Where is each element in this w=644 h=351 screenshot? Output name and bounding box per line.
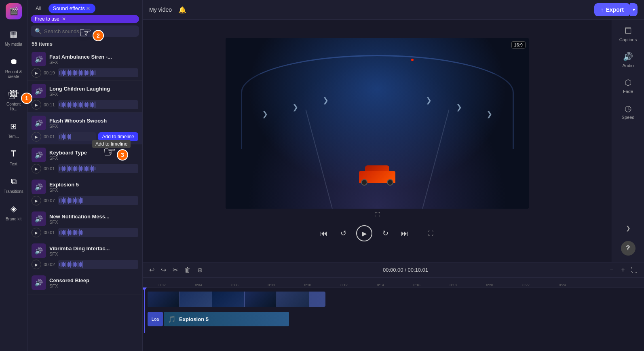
collapse-right-panel-btn[interactable]: ❯ xyxy=(614,222,642,235)
audio-track-row: Loa 🎵 Explosion 5 xyxy=(146,311,644,330)
sidebar-item-transitions[interactable]: ⧉ Transitions xyxy=(2,171,26,197)
arrow-marker-2: ❯ xyxy=(292,103,298,112)
tab-all[interactable]: All xyxy=(31,3,46,13)
waveform-1 xyxy=(58,68,138,77)
play-btn-2[interactable]: ▶ xyxy=(32,100,41,110)
undo-btn[interactable]: ↩ xyxy=(148,265,156,275)
audio-label: Audio xyxy=(622,63,633,68)
timeline-tracks: Loa 🎵 Explosion 5 xyxy=(143,288,644,333)
play-btn-3[interactable]: ▶ xyxy=(32,132,41,142)
screen-icon: ⬚ xyxy=(374,210,380,218)
sound-item-3[interactable]: 🔊 Flash Whoosh Swoosh SFX ▶ 00:01 Add to… xyxy=(27,112,142,144)
add-to-timeline-tooltip: Add to timeline xyxy=(92,140,131,148)
sound-item-6[interactable]: 🔊 New Notification Mess... SFX ▶ 00:01 xyxy=(27,208,142,240)
tab-sound-effects[interactable]: Sound effects ✕ xyxy=(49,4,95,13)
ruler-mark-2: 0:06 xyxy=(231,283,239,287)
play-pause-btn[interactable]: ▶ xyxy=(356,225,372,241)
video-bottom-bar: ⬚ xyxy=(366,209,389,220)
fade-icon: ⬡ xyxy=(625,78,631,87)
right-item-speed[interactable]: ◷ Speed xyxy=(614,100,642,123)
sound-name-6: New Notification Mess... xyxy=(49,214,114,220)
arrow-marker-1: ❯ xyxy=(262,110,268,118)
arrow-marker-3: ❯ xyxy=(323,96,329,105)
record-icon: ⏺ xyxy=(7,55,20,68)
sidebar-item-brand-kit-label: Brand kit xyxy=(6,217,21,222)
captions-icon: ⧠ xyxy=(624,26,632,36)
export-dropdown-btn[interactable]: ▾ xyxy=(630,3,638,16)
right-item-fade[interactable]: ⬡ Fade xyxy=(614,74,642,97)
sound-item-4[interactable]: 🔊 Keyboard Type SFX ▶ 00:01 xyxy=(27,144,142,176)
sound-info-3: Flash Whoosh Swoosh SFX xyxy=(49,118,138,129)
video-track[interactable] xyxy=(148,292,325,307)
zoom-in-btn[interactable]: ＋ xyxy=(618,265,628,275)
play-btn-7[interactable]: ▶ xyxy=(32,260,41,269)
sound-item-8[interactable]: 🔊 Censored Bleep SFX xyxy=(27,272,142,294)
timeline-zoom: － ＋ ⛶ xyxy=(607,265,639,275)
zoom-out-btn[interactable]: － xyxy=(607,265,617,275)
sound-item-7[interactable]: 🔊 Vibrimba Ding Interfac... SFX ▶ 00:02 xyxy=(27,240,142,272)
sound-item-1[interactable]: 🔊 Fast Ambulance Siren -... SFX ▶ 00:19 xyxy=(27,49,142,80)
add-track-btn[interactable]: ⊕ xyxy=(196,265,204,275)
audio-track-music-icon: 🎵 xyxy=(168,315,176,323)
sidebar-item-my-media-label: My media xyxy=(5,42,22,47)
fit-btn[interactable]: ⛶ xyxy=(629,265,639,275)
filter-tag-free[interactable]: Free to use ✕ xyxy=(31,15,139,23)
right-item-audio[interactable]: 🔊 Audio xyxy=(614,49,642,71)
forward-btn[interactable]: ↻ xyxy=(379,227,392,240)
ruler-mark-11: 0:24 xyxy=(559,283,566,287)
export-btn[interactable]: ↑ Export xyxy=(594,3,630,16)
sound-name-4: Keyboard Type xyxy=(49,150,114,156)
ruler-mark-3: 0:08 xyxy=(268,283,275,287)
cut-btn[interactable]: ✂ xyxy=(171,265,179,275)
delete-btn[interactable]: 🗑 xyxy=(183,266,192,275)
export-label: Export xyxy=(606,6,624,13)
sidebar-item-content[interactable]: 🖼 Contentlib... xyxy=(2,84,26,115)
skip-forward-btn[interactable]: ⏭ xyxy=(398,227,411,240)
tab-sound-effects-label: Sound effects xyxy=(53,5,84,11)
play-btn-4[interactable]: ▶ xyxy=(32,164,41,173)
waveform-3 xyxy=(58,132,96,141)
replay-btn[interactable]: ↺ xyxy=(337,227,350,240)
ruler-mark-1: 0:04 xyxy=(195,283,202,287)
duration-1: 00:19 xyxy=(44,70,56,75)
logo-icon: 🎬 xyxy=(9,7,18,16)
help-btn[interactable]: ? xyxy=(621,241,636,256)
current-time: 00:00.00 xyxy=(383,267,403,273)
sound-controls-1: ▶ 00:19 xyxy=(32,68,138,78)
collapse-icon: ❯ xyxy=(626,225,631,231)
timeline-cursor[interactable] xyxy=(144,288,145,333)
search-box: 🔍 xyxy=(31,25,139,37)
sound-item-2[interactable]: 🔊 Long Children Laughing SFX ▶ 00:11 xyxy=(27,80,142,112)
play-btn-6[interactable]: ▶ xyxy=(32,228,41,237)
sidebar-item-text[interactable]: T Text xyxy=(2,144,26,170)
sound-thumb-1: 🔊 xyxy=(32,52,46,66)
play-btn-5[interactable]: ▶ xyxy=(32,196,41,205)
audio-track[interactable]: 🎵 Explosion 5 xyxy=(164,312,289,326)
arrow-marker-4: ❯ xyxy=(486,110,492,118)
top-bar: My video 🔔 ↑ Export ▾ xyxy=(143,0,644,20)
main-area: My video 🔔 ↑ Export ▾ ❯ ❯ ❯ xyxy=(143,0,644,351)
transitions-icon: ⧉ xyxy=(7,175,20,188)
redo-btn[interactable]: ↪ xyxy=(159,265,168,275)
notification-icon[interactable]: 🔔 xyxy=(177,4,188,15)
sidebar-item-my-media[interactable]: ▦ My media xyxy=(2,24,26,50)
sound-thumb-6: 🔊 xyxy=(32,211,46,226)
sound-item-5[interactable]: 🔊 Explosion 5 SFX ▶ 00:07 xyxy=(27,176,142,208)
expand-btn[interactable]: ⛶ xyxy=(424,227,437,240)
sidebar-item-record[interactable]: ⏺ Record &create xyxy=(2,52,26,82)
filter-tag-close[interactable]: ✕ xyxy=(62,16,66,22)
sidebar-item-templates[interactable]: ⊞ Tem... xyxy=(2,116,26,142)
tab-sound-effects-close[interactable]: ✕ xyxy=(85,5,91,12)
skip-back-btn[interactable]: ⏮ xyxy=(317,227,330,240)
video-track-content xyxy=(146,290,644,309)
play-btn-1[interactable]: ▶ xyxy=(32,68,41,78)
right-item-captions[interactable]: ⧠ Captions xyxy=(614,23,642,45)
ruler-inner: 0:02 0:04 0:06 0:08 0:10 0:12 0:14 0:16 … xyxy=(146,278,642,287)
search-input[interactable] xyxy=(44,28,135,34)
sound-panel: All Sound effects ✕ Free to use ✕ 🔍 55 i… xyxy=(27,0,143,351)
sidebar-item-record-label: Record &create xyxy=(5,70,22,79)
sidebar-item-brand-kit[interactable]: ◈ Brand kit xyxy=(2,199,26,225)
filter-tag-label: Free to use xyxy=(35,16,59,22)
timeline-toolbar: ↩ ↪ ✂ 🗑 ⊕ 00:00.00 / 00:10.01 － ＋ ⛶ xyxy=(143,262,644,278)
sidebar-item-transitions-label: Transitions xyxy=(4,189,23,194)
